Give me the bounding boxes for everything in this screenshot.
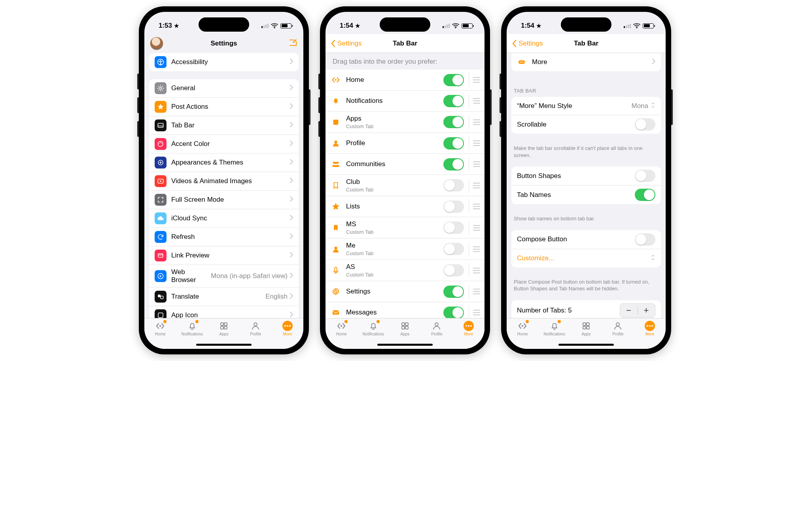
tab-item-label: Settings	[346, 288, 443, 295]
row-accent-color[interactable]: Accent Color	[149, 135, 299, 153]
toggle-button-shapes[interactable]	[635, 170, 655, 182]
toggle-tab-9[interactable]	[443, 264, 464, 276]
toggle-tab-6[interactable]	[443, 201, 464, 213]
tab-profile[interactable]: Profile	[602, 318, 634, 342]
tab-more[interactable]: More	[272, 318, 303, 342]
reorder-row[interactable]: MeCustom Tab	[326, 239, 484, 260]
toggle-tab-8[interactable]	[443, 243, 464, 255]
tab-item-icon	[331, 181, 341, 190]
toggle-tab-3[interactable]	[443, 137, 464, 150]
tab-item-label: Me	[346, 242, 443, 250]
row-translate[interactable]: Translate English	[149, 288, 299, 306]
drag-handle-icon[interactable]	[469, 178, 479, 193]
row-post-actions[interactable]: Post Actions	[149, 98, 299, 116]
row-tab-bar[interactable]: Tab Bar	[149, 116, 299, 135]
tab-notifications[interactable]: Notifications	[538, 318, 570, 342]
drag-handle-icon[interactable]	[469, 136, 479, 150]
tab-more[interactable]: More	[453, 318, 484, 342]
reorder-row[interactable]: Settings	[326, 281, 484, 302]
drag-handle-icon[interactable]	[469, 157, 479, 171]
avatar[interactable]	[150, 37, 163, 50]
home-indicator[interactable]	[196, 344, 252, 346]
reorder-row[interactable]: Profile	[326, 133, 484, 154]
tab-bar-icon	[155, 119, 167, 131]
tab-apps[interactable]: Apps	[208, 318, 240, 342]
row-accessibility[interactable]: Accessibility	[149, 53, 299, 71]
drag-handle-icon[interactable]	[469, 199, 479, 214]
drag-handle-icon[interactable]	[469, 242, 479, 256]
tab-home[interactable]: Home	[144, 318, 176, 342]
drag-handle-icon[interactable]	[469, 221, 479, 235]
toggle-scrollable[interactable]	[635, 118, 655, 131]
tab-reorder-content[interactable]: Drag tabs into the order you prefer: Hom…	[326, 53, 484, 318]
tab-more[interactable]: More	[634, 318, 666, 342]
row-videos[interactable]: Videos & Animated Images	[149, 172, 299, 191]
toggle-tab-0[interactable]	[443, 74, 464, 86]
chevron-right-icon	[290, 215, 293, 222]
row-icloud[interactable]: iCloud Sync	[149, 209, 299, 228]
reorder-row[interactable]: Messages	[326, 302, 484, 318]
reorder-row[interactable]: ASCustom Tab	[326, 260, 484, 281]
drag-handle-icon[interactable]	[469, 115, 479, 129]
badge-dot-icon	[163, 320, 167, 323]
row-full-screen[interactable]: Full Screen Mode	[149, 191, 299, 209]
tab-notifications[interactable]: Notifications	[357, 318, 389, 342]
toggle-tab-11[interactable]	[443, 307, 464, 318]
stepper-plus[interactable]: +	[638, 304, 655, 317]
home-indicator[interactable]	[377, 344, 433, 346]
tab-apps[interactable]: Apps	[389, 318, 421, 342]
row-app-icon[interactable]: App Icon	[149, 306, 299, 318]
back-button[interactable]: Settings	[331, 40, 361, 47]
row-refresh[interactable]: Refresh	[149, 228, 299, 246]
play-icon	[155, 175, 167, 187]
toggle-compose[interactable]	[635, 233, 655, 246]
reorder-row[interactable]: Communities	[326, 154, 484, 175]
row-more-menu-style[interactable]: “More” Menu Style Mona	[511, 97, 661, 115]
compose-button[interactable]	[288, 38, 298, 49]
settings-content[interactable]: Accessibility General Post Actions	[144, 53, 303, 318]
reorder-row[interactable]: AppsCustom Tab	[326, 112, 484, 133]
tab-options-content[interactable]: More Tab Bar “More” Menu Style Mona Scro…	[507, 53, 666, 318]
stepper-minus[interactable]: −	[620, 304, 638, 317]
toggle-tab-7[interactable]	[443, 222, 464, 234]
app-icon-icon	[155, 309, 167, 318]
reorder-row[interactable]: Lists	[326, 196, 484, 217]
tab-notifications[interactable]: Notifications	[176, 318, 208, 342]
row-appearances[interactable]: Appearances & Themes	[149, 153, 299, 172]
drag-handle-icon[interactable]	[469, 94, 479, 108]
tab-profile[interactable]: Profile	[421, 318, 452, 342]
home-indicator[interactable]	[558, 344, 614, 346]
reorder-row[interactable]: Notifications	[326, 91, 484, 112]
toggle-tab-names[interactable]	[635, 189, 655, 201]
more-icon	[517, 57, 526, 67]
tab-item-label: Lists	[346, 203, 443, 210]
tab-home[interactable]: Home	[507, 318, 538, 342]
toggle-tab-10[interactable]	[443, 286, 464, 298]
row-web-browser[interactable]: Web Browser Mona (in-app Safari view)	[149, 265, 299, 288]
reorder-row[interactable]: MSCustom Tab	[326, 217, 484, 239]
reorder-row[interactable]: ClubCustom Tab	[326, 175, 484, 196]
tab-apps[interactable]: Apps	[570, 318, 602, 342]
tab-home[interactable]: Home	[326, 318, 357, 342]
drag-handle-icon[interactable]	[469, 305, 479, 318]
tab-profile[interactable]: Profile	[240, 318, 271, 342]
drag-handle-icon[interactable]	[469, 73, 479, 87]
row-customize[interactable]: Customize...	[511, 249, 661, 267]
row-general[interactable]: General	[149, 79, 299, 98]
toggle-tab-2[interactable]	[443, 116, 464, 128]
toggle-tab-5[interactable]	[443, 179, 464, 191]
dynamic-island	[561, 17, 611, 32]
gear-icon	[155, 82, 167, 94]
toggle-tab-4[interactable]	[443, 158, 464, 170]
tab-item-icon	[331, 96, 341, 106]
toggle-tab-1[interactable]	[443, 95, 464, 107]
row-scrollable: Scrollable	[511, 115, 661, 134]
chevron-right-icon	[290, 122, 293, 129]
drag-handle-icon[interactable]	[469, 284, 479, 299]
back-button[interactable]: Settings	[512, 40, 543, 47]
drag-handle-icon[interactable]	[469, 263, 479, 278]
row-link-preview[interactable]: Link Preview	[149, 246, 299, 265]
tab-item-sub: Custom Tab	[346, 123, 443, 129]
reorder-row[interactable]: Home	[326, 70, 484, 91]
row-more[interactable]: More	[511, 53, 661, 71]
